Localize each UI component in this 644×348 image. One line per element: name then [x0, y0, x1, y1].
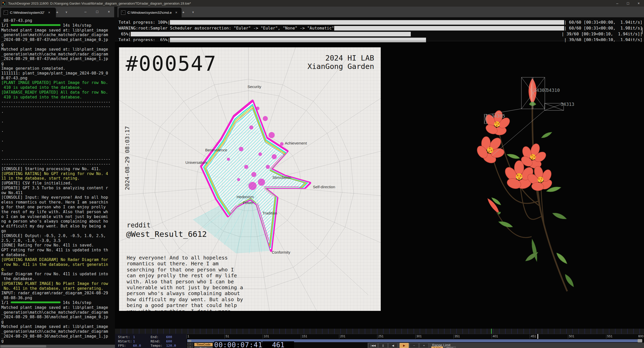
- plant-id: #000547: [126, 52, 217, 76]
- console-line: No. 411 in the database, start generatin…: [1, 286, 115, 291]
- terminal-scrollbar-thumb[interactable]: [642, 27, 643, 34]
- setting-value[interactable]: 600: [166, 335, 172, 339]
- console-line: _2024-08-29_08-08-36\matched_plant_image…: [1, 334, 115, 339]
- minimize-button[interactable]: –: [612, 0, 623, 7]
- console-line: the database.: [1, 277, 115, 281]
- console-line: [UPDATE] GPT 3.5 Turbo is analyzing cont…: [1, 186, 115, 191]
- object-id-label: 34310: [546, 88, 560, 93]
- terminal-minimize-button[interactable]: –: [80, 7, 91, 17]
- cmd-icon: [121, 10, 125, 15]
- progress-bar-green: [11, 301, 61, 303]
- window-gap: [114, 7, 118, 17]
- console-line: _2024-08-29_08-07-43\matched_plant_image…: [1, 56, 115, 61]
- progress-row: Total progress: 100%|| 60/60 [00:31<00:0…: [119, 19, 642, 25]
- axis-label-stimulation: Stimulation: [272, 175, 291, 180]
- console-line: w difficult my day went. But also by bei…: [1, 224, 115, 229]
- post-text: Hey everyone! And to all hopeless romant…: [127, 255, 269, 311]
- axis-label-security: Security: [247, 84, 261, 89]
- ruler-tick-label: 301: [415, 335, 422, 339]
- object-id-label: 34307: [534, 88, 547, 93]
- setting-value[interactable]: 1: [133, 335, 135, 339]
- frame-display: 461: [262, 341, 294, 348]
- play-forward-button[interactable]: ▶: [400, 343, 409, 348]
- console-line: GPT rating for row No. 411 is updated in…: [1, 248, 115, 253]
- tab-right-terminal[interactable]: C:\Windows\system32\cmd.e ×: [119, 8, 182, 17]
- timecode-display: 00:00:07:41: [214, 341, 261, 348]
- console-line: g.: [1, 267, 115, 272]
- jump-start-button[interactable]: |◀◀: [369, 343, 378, 348]
- ruler-tick-label: 551: [606, 335, 612, 339]
- console-line: g: [1, 339, 115, 343]
- console-line: ----------------------------------------…: [1, 157, 115, 162]
- tab-dropdown-icon[interactable]: ∨: [189, 7, 197, 17]
- axis-label-conformity: Conformity: [272, 250, 290, 254]
- tab-dropdown-icon[interactable]: ∨: [63, 7, 70, 17]
- console-output-right[interactable]: Total progress: 100%|| 60/60 [00:31<00:0…: [115, 17, 644, 41]
- frame-ruler[interactable]: 151101151201251301351401451501551600: [186, 334, 644, 339]
- console-line: g: [1, 61, 115, 66]
- tab-close-icon[interactable]: ×: [175, 10, 177, 14]
- object-id-label: 34305: [491, 113, 505, 119]
- console-line: [1, 152, 115, 157]
- console-line: _08-07-43.png: [1, 18, 115, 23]
- console-scrollbar[interactable]: [0, 345, 115, 348]
- lab-name: 2024 HI LABXianGong Garden: [308, 54, 374, 71]
- console-line: g: [1, 320, 115, 324]
- loop-button[interactable]: Loop: [431, 346, 443, 348]
- console-line: INPUT: radar_diagram\radar_diagram_2024-…: [1, 291, 115, 296]
- setting-value[interactable]: 120.0: [166, 344, 176, 347]
- new-tab-button[interactable]: +: [53, 7, 61, 17]
- object-id-label: 34313: [561, 102, 574, 107]
- setting-value[interactable]: 60.0: [133, 344, 141, 347]
- console-line: ----------------------------------------…: [1, 100, 115, 105]
- timeline-slash-button[interactable]: /: [187, 343, 193, 345]
- ruler-tick-label: 51: [225, 335, 229, 339]
- terminal-close-button[interactable]: ×: [104, 7, 114, 17]
- step-forward-button[interactable]: +: [419, 343, 429, 348]
- playhead-marker[interactable]: [537, 334, 538, 339]
- console-line: _generation\match\cache_matched\radar_di…: [1, 52, 115, 57]
- console-line: g: [1, 42, 115, 47]
- ruler-tick-label: 201: [339, 335, 345, 339]
- console-line: ow No.411: [1, 191, 115, 195]
- console-line: g for that one person who I can enjoy pr…: [1, 205, 115, 210]
- tab-left-terminal[interactable]: C:\Windows\system32' ×: [1, 8, 56, 17]
- console-line: Matched plant image saved at: lib\plant_…: [1, 324, 115, 329]
- touchdesigner-icon: [2, 1, 6, 6]
- step-back-button[interactable]: −: [409, 343, 419, 348]
- ruler-tick-label: 401: [492, 335, 498, 339]
- console-line: _2024-08-29_08-08-36\matched_plant_image…: [1, 315, 115, 320]
- axis-label-achievement: Achievement: [285, 141, 307, 145]
- range-bar-left-handle[interactable]: ∙∙∙: [188, 340, 191, 342]
- timeline-ibeam-button[interactable]: I: [187, 346, 193, 348]
- console-line: 1111111: plant_image/plant_image_2024-08…: [1, 71, 115, 76]
- terminal-maximize-button[interactable]: □: [92, 7, 102, 17]
- setting-value[interactable]: 1: [133, 339, 135, 343]
- once-button[interactable]: Once: [444, 346, 456, 348]
- transport-row: / I TimeCode Beats 00:00:07:41 461 |◀◀||…: [186, 343, 644, 348]
- ruler-tick-label: 351: [453, 335, 460, 339]
- console-line: ----------------------------------------…: [1, 162, 115, 167]
- console-line: ----------------------------------------…: [1, 104, 115, 109]
- ruler-tick-label: 101: [263, 335, 269, 339]
- maximize-button[interactable]: □: [623, 0, 633, 7]
- plant-image-viewer: 34307343103431334305: [465, 74, 598, 298]
- console-line: .: [1, 138, 115, 143]
- progress-row: 65%|| 39/60 [00:19<00:10, 1.94it/s]|: [119, 31, 642, 37]
- console-line: [1, 124, 115, 128]
- console-line: 410 is updated into the database.: [1, 95, 115, 100]
- setting-label: Tempo:: [151, 344, 163, 347]
- beats-mode-button[interactable]: Beats: [194, 347, 213, 348]
- new-tab-button[interactable]: +: [180, 7, 187, 17]
- console-line: .: [1, 119, 115, 124]
- timecode-mode-button[interactable]: TimeCode: [194, 343, 213, 346]
- tab-close-icon[interactable]: ×: [48, 10, 50, 14]
- setting-value[interactable]: 600: [166, 339, 172, 343]
- pause-button[interactable]: ||: [378, 343, 388, 348]
- close-button[interactable]: ×: [633, 0, 644, 7]
- console-output-left[interactable]: _08-07-43.png1/114s 14s/stepMatched plan…: [0, 17, 115, 345]
- play-reverse-button[interactable]: ◀: [388, 343, 398, 348]
- console-line: [UPDATING RATING] No GPT rating for row …: [1, 171, 115, 176]
- range-bar-right-handle[interactable]: [638, 339, 642, 342]
- timeline-segment-strip[interactable]: [115, 329, 644, 334]
